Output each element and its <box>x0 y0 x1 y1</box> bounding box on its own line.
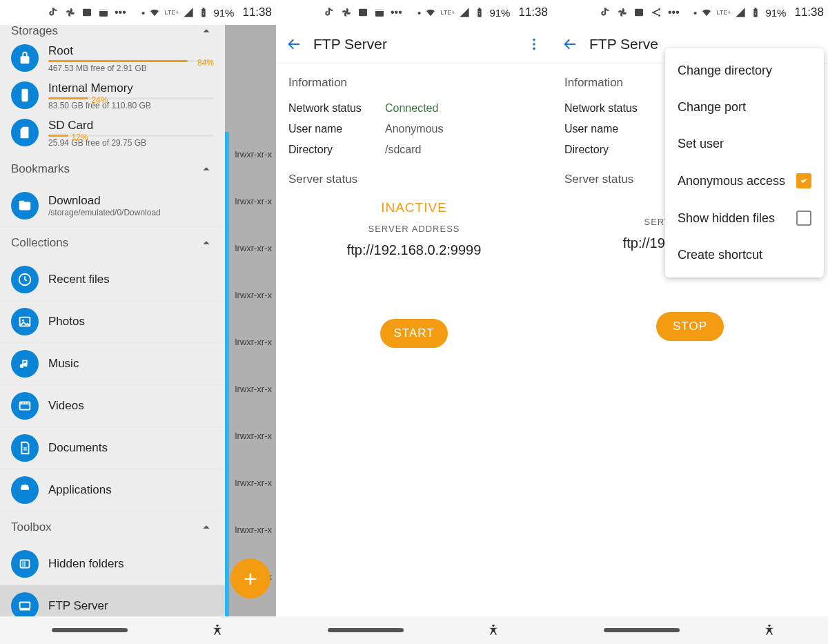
menu-create-shortcut[interactable]: Create shortcut <box>665 237 824 273</box>
menu-set-user[interactable]: Set user <box>665 126 824 162</box>
clock-icon <box>11 266 39 293</box>
signal-icon <box>183 7 194 18</box>
coll-photos[interactable]: Photos <box>0 301 225 343</box>
nav-handle[interactable] <box>52 628 128 632</box>
phone-icon <box>11 81 39 109</box>
nav-handle[interactable] <box>604 628 680 632</box>
app-bar: FTP Server <box>276 25 552 64</box>
checkbox-checked[interactable] <box>796 173 811 188</box>
wifi-icon <box>701 7 712 18</box>
pinwheel-icon <box>65 7 76 18</box>
toolbox-header[interactable]: Toolbox <box>0 511 225 543</box>
navigation-bar <box>0 616 276 644</box>
news-icon <box>81 7 92 18</box>
svg-point-18 <box>492 625 494 627</box>
menu-show-hidden-files[interactable]: Show hidden files <box>665 199 824 237</box>
storage-sdcard[interactable]: SD Card 12% 25.94 GB free of 29.75 GB <box>0 116 225 153</box>
svg-rect-9 <box>20 603 30 609</box>
tiktok-icon <box>600 7 611 18</box>
start-button[interactable]: START <box>380 319 448 348</box>
row-network-status: Network statusConnected <box>276 98 552 119</box>
chevron-up-icon <box>199 520 214 535</box>
accessibility-icon[interactable] <box>486 623 500 637</box>
svg-point-15 <box>533 38 535 41</box>
fab-add[interactable]: + <box>230 558 270 598</box>
ftp-icon <box>11 592 39 620</box>
navigation-drawer: Storages Root 84% 467.53 MB free of 2.91… <box>0 25 225 644</box>
menu-anonymous-access[interactable]: Anonymous access <box>665 162 824 199</box>
overflow-menu: Change directory Change port Set user An… <box>665 48 824 277</box>
coll-apps[interactable]: Applications <box>0 469 225 511</box>
accessibility-icon[interactable] <box>210 623 224 637</box>
checkbox-unchecked[interactable] <box>796 211 811 226</box>
stop-button[interactable]: STOP <box>656 312 724 341</box>
chevron-up-icon <box>199 23 214 39</box>
screen-ftp-menu: ••• • LTE+ 91% 11:38 FTP Serve Informati… <box>552 0 828 644</box>
nav-handle[interactable] <box>328 628 404 632</box>
menu-change-port[interactable]: Change port <box>665 89 824 126</box>
document-icon <box>11 434 39 462</box>
music-icon <box>11 350 39 378</box>
storages-header[interactable]: Storages <box>0 21 225 41</box>
tiktok-icon <box>324 7 335 18</box>
bookmarks-header[interactable]: Bookmarks <box>0 153 225 185</box>
news-icon <box>357 7 368 18</box>
coll-documents[interactable]: Documents <box>0 427 225 469</box>
svg-point-17 <box>533 47 535 50</box>
navigation-bar <box>276 616 552 644</box>
coll-recent[interactable]: Recent files <box>0 259 225 301</box>
calendar-icon <box>98 7 109 18</box>
screen-ftp-inactive: ••• • LTE+ 91% 11:38 FTP Server Informat… <box>276 0 552 644</box>
back-button[interactable] <box>279 29 309 59</box>
chevron-up-icon <box>199 162 214 177</box>
image-icon <box>11 308 39 335</box>
svg-rect-2 <box>99 9 108 11</box>
battery-icon <box>750 7 761 18</box>
battery-percent: 91% <box>213 7 234 19</box>
lock-icon <box>11 44 39 72</box>
coll-videos[interactable]: Videos <box>0 385 225 427</box>
calendar-icon <box>374 7 385 18</box>
accessibility-icon[interactable] <box>762 623 776 637</box>
hidden-folder-icon <box>11 550 39 578</box>
status-clock: 11:38 <box>242 6 272 19</box>
share-icon <box>650 6 662 19</box>
battery-icon <box>198 7 209 18</box>
back-button[interactable] <box>555 29 585 59</box>
battery-icon <box>474 7 485 18</box>
folder-icon <box>11 192 39 219</box>
server-address: ftp://192.168.0.2:9999 <box>276 237 552 264</box>
wifi-icon <box>425 7 436 18</box>
pinwheel-icon <box>341 7 352 18</box>
information-header: Information <box>276 64 552 98</box>
svg-point-6 <box>22 320 24 322</box>
signal-icon <box>459 7 470 18</box>
navigation-bar <box>552 616 828 644</box>
svg-point-11 <box>216 625 218 627</box>
news-icon <box>633 7 644 18</box>
coll-music[interactable]: Music <box>0 343 225 385</box>
sdcard-icon <box>11 119 39 146</box>
svg-point-21 <box>658 8 660 10</box>
signal-icon <box>735 7 746 18</box>
svg-point-22 <box>658 14 660 17</box>
svg-point-20 <box>652 12 654 14</box>
android-icon <box>11 476 39 504</box>
tool-hidden-folders[interactable]: Hidden folders <box>0 543 225 585</box>
svg-rect-10 <box>20 609 30 611</box>
collections-header[interactable]: Collections <box>0 227 225 259</box>
page-title: FTP Server <box>313 36 519 52</box>
tiktok-icon <box>48 7 59 18</box>
server-inactive-label: INACTIVE <box>276 195 552 221</box>
more-button[interactable] <box>519 29 549 59</box>
chevron-up-icon <box>199 235 214 251</box>
svg-rect-14 <box>375 9 384 11</box>
storage-internal[interactable]: Internal Memory 24% 83.50 GB free of 110… <box>0 79 225 116</box>
svg-rect-3 <box>21 89 28 101</box>
storage-root[interactable]: Root 84% 467.53 MB free of 2.91 GB <box>0 41 225 79</box>
bookmark-download[interactable]: Download /storage/emulated/0/Download <box>0 185 225 227</box>
row-directory: Directory/sdcard <box>276 139 552 160</box>
svg-rect-12 <box>359 9 367 17</box>
server-address-label: SERVER ADDRESS <box>276 221 552 237</box>
menu-change-directory[interactable]: Change directory <box>665 52 824 89</box>
